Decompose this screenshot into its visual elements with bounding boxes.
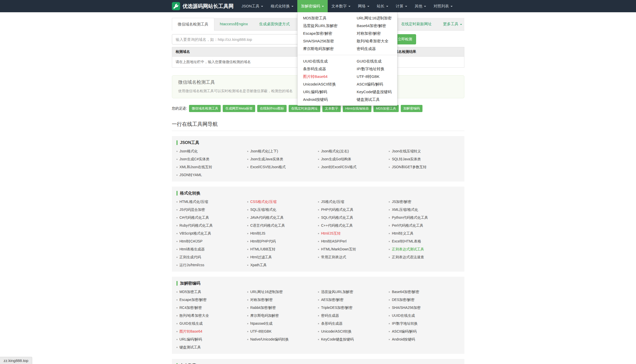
tool-link[interactable]: 运行Js/html/css (176, 261, 247, 269)
tool-link[interactable]: Html转JS (247, 229, 318, 237)
tool-link[interactable]: Json转Excel/CSV格式 (318, 163, 389, 171)
dropdown-item[interactable]: SHA/SHA256加密 (298, 37, 351, 45)
tab-timed-refresh[interactable]: 在线定时刷新网址 (396, 18, 438, 30)
dropdown-item[interactable]: 散列/哈希加密大全 (351, 37, 398, 45)
menu-item-textnum[interactable]: 文本数字 (328, 0, 354, 12)
tool-link[interactable]: Html/JS互转 (318, 229, 389, 237)
tool-link[interactable]: HTML/UBB互转 (247, 245, 318, 253)
footprint-badge[interactable]: 微信域名检测工具 (189, 105, 221, 112)
tool-link[interactable]: Excel/CSV转Json格式 (247, 163, 318, 171)
tool-link[interactable]: C语言代码格式化工具 (247, 222, 318, 229)
tool-link[interactable]: IP/数字地址转换 (389, 320, 460, 327)
tool-link[interactable]: Unicode/ASCII转换 (318, 327, 389, 335)
tool-link[interactable]: Html转PHP代码 (247, 237, 318, 245)
tab-htaccess-to-nginx[interactable]: htaccess转nginx (214, 18, 254, 30)
tool-link[interactable]: Escape加密/解密 (176, 296, 247, 304)
dropdown-item[interactable]: URL编码/解码 (298, 88, 351, 96)
dropdown-item[interactable]: 键盘测试工具 (351, 96, 398, 103)
tool-link[interactable]: TripleDES加密/解密 (318, 304, 389, 312)
tool-link[interactable]: 摩尔斯电码加解密 (247, 312, 318, 320)
tool-link[interactable]: PHP代码格式化工具 (318, 206, 389, 214)
tool-link[interactable]: SQL转Java实体类 (389, 155, 460, 163)
tool-link[interactable]: VBScript格式化工具 (176, 229, 247, 237)
dropdown-item[interactable]: Android按键码 (298, 96, 351, 103)
menu-item-json[interactable]: JSON工具 (238, 0, 267, 12)
tool-link[interactable]: CSS格式化/压缩 (247, 198, 318, 206)
footprint-badge[interactable]: Html在线编辑器 (343, 105, 371, 112)
tool-link[interactable]: Json生成C#实体类 (176, 155, 247, 163)
tool-link[interactable]: Native/Unicode编码转换 (247, 335, 318, 343)
footprint-badge[interactable]: 加解密编码 (401, 105, 422, 112)
tool-link[interactable]: SQL代码格式化工具 (318, 214, 389, 222)
dropdown-item[interactable]: ASCII编码/解码 (351, 80, 398, 88)
dropdown-item[interactable]: 图片转Base64 (298, 73, 351, 80)
tool-link[interactable]: Json在线压缩转义 (389, 147, 460, 155)
tool-link[interactable]: URL编码/解码 (176, 335, 247, 343)
tool-link[interactable]: JSON转YAML (176, 171, 247, 179)
tool-link[interactable]: MD5加密工具 (176, 288, 247, 296)
tool-link[interactable]: URL网址16进制加密 (247, 288, 318, 296)
tool-link[interactable]: 图片转Base64 (176, 327, 247, 335)
tool-link[interactable]: Json生成Java实体类 (247, 155, 318, 163)
dropdown-item[interactable]: 迅雷旋风URL加解密 (298, 22, 351, 30)
tool-link[interactable]: 迅雷旋风URL加解密 (318, 288, 389, 296)
menu-item-network[interactable]: 网络 (354, 0, 373, 12)
brand[interactable]: 优选源码网站长工具网 (172, 0, 234, 12)
tool-link[interactable]: Perl代码格式化工具 (389, 222, 460, 229)
dropdown-item[interactable]: 对称加密/解密 (351, 30, 398, 37)
tool-link[interactable]: XML和Json在线互转 (176, 163, 247, 171)
tool-link[interactable]: C#代码格式化工具 (176, 214, 247, 222)
tool-link[interactable]: Html过滤工具 (247, 253, 318, 261)
menu-item-format[interactable]: 格式化转换 (267, 0, 297, 12)
tool-link[interactable]: SHA/SHA256加密 (389, 304, 460, 312)
tool-link[interactable]: Html转义工具 (389, 229, 460, 237)
dropdown-item[interactable]: UUID在线生成 (298, 57, 351, 65)
dropdown-item[interactable]: 摩尔斯电码加解密 (298, 45, 351, 53)
footprint-badge[interactable]: 文本数字 (322, 105, 341, 112)
dropdown-item[interactable]: Unicode/ASCII转换 (298, 80, 351, 88)
tool-link[interactable]: Excel转HTML表格 (389, 237, 460, 245)
tool-link[interactable]: Json格式化(左右) (318, 147, 389, 155)
tool-link[interactable]: Json格式化 (176, 147, 247, 155)
dropdown-item[interactable]: UTF-8转GBK (351, 73, 398, 80)
tool-link[interactable]: 对称加密/解密 (247, 296, 318, 304)
tool-link[interactable]: ASCII编码/解码 (389, 327, 460, 335)
footprint-badge[interactable]: 在线制作ico图标 (257, 105, 287, 112)
tool-link[interactable]: Rabbit加密/解密 (247, 304, 318, 312)
tool-link[interactable]: HTML格式化/压缩 (176, 198, 247, 206)
tool-link[interactable]: 常用正则表达式 (318, 253, 389, 261)
tool-link[interactable]: Html转ASP/Perl (318, 237, 389, 245)
tool-link[interactable]: HTML/MarkDown互转 (318, 245, 389, 253)
menu-item-calc[interactable]: 计算 (392, 0, 411, 12)
tool-link[interactable]: DES加密/解密 (389, 296, 460, 304)
tool-link[interactable]: 正则表达式测试工具 (389, 245, 460, 253)
dropdown-item[interactable]: KeyCode键盘按键码 (351, 88, 398, 96)
dropdown-item[interactable]: 条形码生成器 (298, 65, 351, 73)
tool-link[interactable]: UTF-8转GBK (247, 327, 318, 335)
tool-link[interactable]: XML压缩/格式化 (389, 206, 460, 214)
tab-more-tools[interactable]: 更多工具 (438, 18, 468, 30)
dropdown-item[interactable]: GUID在线生成 (351, 57, 398, 65)
tool-link[interactable]: Base64加密/解密 (389, 288, 460, 296)
dropdown-item[interactable]: MD5加密工具 (298, 14, 351, 22)
tool-link[interactable]: Html表格生成器 (176, 245, 247, 253)
tool-link[interactable]: KeyCode键盘按键码 (318, 335, 389, 343)
tool-link[interactable]: JSON和GET参数互转 (389, 163, 460, 171)
tool-link[interactable]: GUID在线生成 (176, 320, 247, 327)
tab-wechat-domain-check[interactable]: 微信域名检测工具 (172, 18, 214, 31)
tool-link[interactable]: 条形码生成器 (318, 320, 389, 327)
dropdown-item[interactable]: Escape加密/解密 (298, 30, 351, 37)
menu-item-crypto[interactable]: 加解密编码 MD5加密工具迅雷旋风URL加解密Escape加密/解密SHA/SH… (297, 0, 328, 12)
tool-link[interactable]: AES加密/解密 (318, 296, 389, 304)
tool-link[interactable]: htpasswd生成 (247, 320, 318, 327)
tool-link[interactable]: Ruby代码格式化工具 (176, 222, 247, 229)
tool-link[interactable]: 密码生成器 (318, 312, 389, 320)
tool-link[interactable]: Python代码格式化工具 (389, 214, 460, 222)
menu-item-webmaster[interactable]: 站长 (373, 0, 392, 12)
tool-link[interactable]: Json生成Go结构体 (318, 155, 389, 163)
footprint-badge[interactable]: 生成网页Meta标签 (223, 105, 255, 112)
dropdown-item[interactable]: URL网址16进制加密 (351, 14, 398, 22)
footprint-badge[interactable]: 在线定时刷新网址 (289, 105, 320, 112)
tool-link[interactable]: 正则表达式语法速查 (389, 253, 460, 261)
tool-link[interactable]: JS加密/解密 (389, 198, 460, 206)
